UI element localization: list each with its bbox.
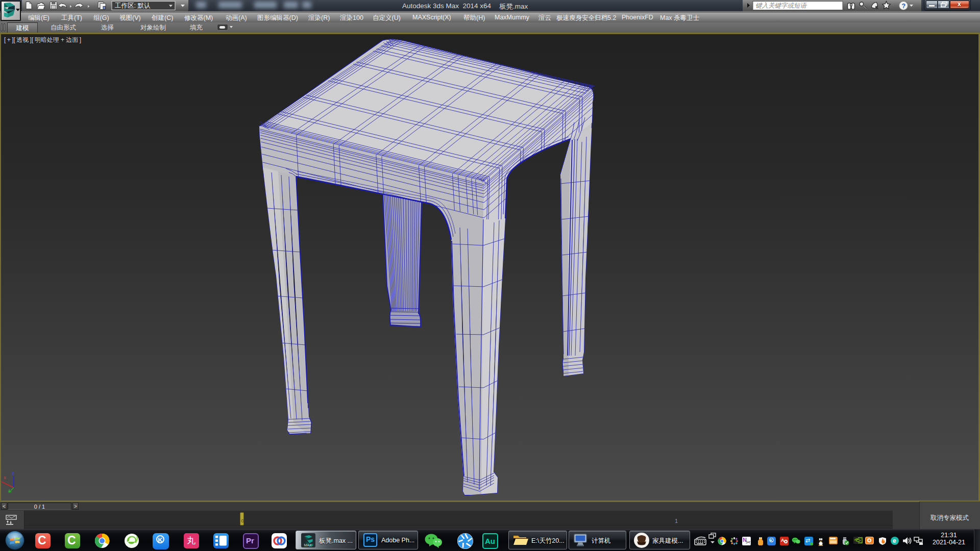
svg-text:键入关键字或短语: 键入关键字或短语 — [755, 2, 807, 9]
svg-text:x: x — [4, 474, 6, 480]
svg-text:?: ? — [902, 3, 906, 10]
svg-text:z: z — [12, 470, 14, 476]
svg-text:MAX: MAX — [304, 543, 312, 547]
svg-text:工作区: 默认: 工作区: 默认 — [115, 2, 151, 9]
